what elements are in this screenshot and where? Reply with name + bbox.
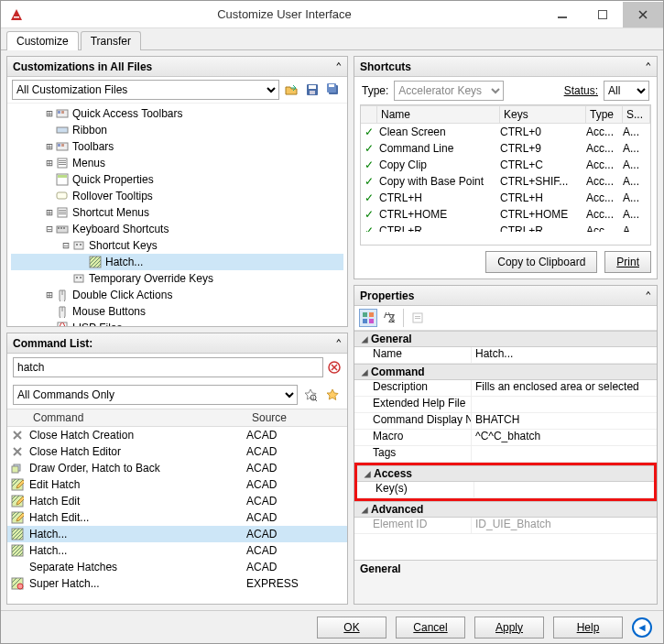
clear-search-icon[interactable]	[327, 360, 342, 375]
find-command-icon[interactable]	[301, 386, 320, 404]
property-value[interactable]: Hatch...	[472, 347, 657, 363]
shortcuts-list[interactable]: ✓Clean ScreenCTRL+0Acc...A...✓Command Li…	[361, 124, 650, 232]
property-row[interactable]: Macro^C^C_bhatch	[354, 430, 657, 446]
command-row[interactable]: Super Hatch...EXPRESS	[7, 575, 347, 592]
tree-item[interactable]: Hatch...	[11, 254, 343, 270]
property-value[interactable]	[474, 482, 654, 497]
expand-icon[interactable]: ⊞	[44, 107, 55, 120]
cancel-button[interactable]: Cancel	[396, 617, 465, 639]
collapse-icon[interactable]: ◢	[361, 467, 374, 480]
tree-item[interactable]: Ribbon	[11, 122, 343, 138]
property-value[interactable]: BHATCH	[472, 413, 657, 429]
command-row[interactable]: Hatch...ACAD	[7, 526, 347, 542]
customizations-tree[interactable]: ⊞Quick Access ToolbarsRibbon⊞Toolbars⊞Me…	[7, 104, 347, 326]
shortcut-row[interactable]: ✓Copy with Base PointCTRL+SHIF...Acc...A…	[361, 173, 650, 190]
expand-icon[interactable]: ⊞	[44, 289, 55, 301]
collapse-icon[interactable]: ⌃	[645, 289, 651, 301]
header-type[interactable]: Type	[586, 106, 623, 123]
expand-icon[interactable]: ⊞	[44, 140, 55, 153]
command-row[interactable]: Close Hatch CreationACAD	[7, 427, 347, 443]
command-row[interactable]: Hatch Edit...ACAD	[7, 509, 347, 526]
collapse-icon[interactable]: ⌃	[335, 60, 342, 72]
alphabetical-view-icon[interactable]: AZ	[380, 309, 398, 327]
property-value[interactable]	[472, 397, 657, 412]
command-list[interactable]: Close Hatch CreationACADClose Hatch Edit…	[7, 427, 347, 604]
shortcut-row[interactable]: ✓CTRL+HOMECTRL+HOMEAcc...A...	[361, 206, 650, 223]
context-help-icon[interactable]: ◄	[632, 617, 652, 638]
collapse-icon[interactable]: ◢	[358, 333, 371, 345]
close-button[interactable]	[623, 2, 663, 27]
shortcut-row[interactable]: ✓Copy ClipCTRL+CAcc...A...	[361, 157, 650, 173]
copy-to-clipboard-button[interactable]: Copy to Clipboard	[485, 251, 597, 273]
command-search-input[interactable]	[13, 357, 323, 377]
property-category[interactable]: ◢Advanced	[354, 501, 657, 518]
tree-item[interactable]: ()LISP Files	[11, 320, 343, 326]
tab-transfer[interactable]: Transfer	[81, 31, 141, 50]
apply-button[interactable]: Apply	[474, 617, 544, 639]
collapse-icon[interactable]: ◢	[358, 503, 371, 516]
maximize-button[interactable]	[582, 2, 623, 27]
save-all-icon[interactable]	[324, 81, 343, 99]
tree-item[interactable]: ⊞Double Click Actions	[11, 287, 343, 303]
new-command-icon[interactable]	[323, 386, 342, 404]
save-icon[interactable]	[303, 81, 321, 99]
expand-icon[interactable]: ⊞	[44, 157, 55, 169]
property-grid[interactable]: ◢GeneralNameHatch...◢CommandDescriptionF…	[354, 331, 657, 560]
command-row[interactable]: Hatch...ACAD	[7, 542, 347, 559]
expand-icon[interactable]: ⊟	[44, 223, 55, 235]
header-source[interactable]: S...	[623, 106, 650, 123]
print-button[interactable]: Print	[604, 251, 651, 273]
collapse-icon[interactable]: ⌃	[335, 337, 342, 349]
tab-customize[interactable]: Customize	[6, 31, 79, 50]
command-row[interactable]: Hatch EditACAD	[7, 493, 347, 509]
property-category[interactable]: ◢General	[354, 331, 657, 347]
collapse-icon[interactable]: ⌃	[645, 60, 651, 72]
command-row[interactable]: Close Hatch EditorACAD	[7, 443, 347, 460]
type-combo[interactable]: Accelerator Keys	[394, 81, 504, 101]
tree-item[interactable]: ⊟Shortcut Keys	[11, 237, 343, 254]
tree-item[interactable]: ⊞Quick Access Toolbars	[11, 105, 343, 122]
header-name[interactable]: Name	[377, 106, 500, 123]
categorized-view-icon[interactable]	[359, 309, 377, 327]
property-value[interactable]: ID_UIE_Bhatch	[472, 518, 657, 533]
property-value[interactable]	[472, 446, 657, 462]
header-command[interactable]: Command	[27, 411, 246, 424]
tree-item[interactable]: Quick Properties	[11, 171, 343, 188]
help-button[interactable]: Help	[553, 617, 623, 639]
tree-item[interactable]: ⊟Keyboard Shortcuts	[11, 221, 343, 237]
tree-item[interactable]: ⊞Toolbars	[11, 138, 343, 155]
customization-files-combo[interactable]: All Customization Files	[12, 80, 279, 100]
tree-item[interactable]: ⊞Menus	[11, 155, 343, 171]
property-row[interactable]: DescriptionFills an enclosed area or sel…	[354, 380, 657, 397]
shortcut-row[interactable]: ✓Command LineCTRL+9Acc...A...	[361, 140, 650, 157]
shortcut-row[interactable]: ✓Clean ScreenCTRL+0Acc...A...	[361, 124, 650, 140]
command-row[interactable]: Edit HatchACAD	[7, 476, 347, 493]
command-filter-combo[interactable]: All Commands Only	[13, 385, 298, 405]
minimize-button[interactable]	[542, 2, 582, 27]
property-row[interactable]: NameHatch...	[354, 347, 657, 364]
expand-icon[interactable]: ⊞	[44, 206, 55, 219]
open-file-icon[interactable]	[282, 81, 300, 99]
property-category[interactable]: ◢Command	[354, 364, 657, 380]
property-row[interactable]: Tags	[354, 446, 657, 463]
status-combo[interactable]: All	[604, 81, 649, 101]
command-row[interactable]: Draw Order, Hatch to BackACAD	[7, 460, 347, 476]
shortcut-row[interactable]: ✓CTRL+RCTRL+RAcc...A...	[361, 223, 650, 232]
ok-button[interactable]: OK	[317, 617, 386, 639]
property-row[interactable]: Command Display NameBHATCH	[354, 413, 657, 430]
tree-item[interactable]: ⊞Shortcut Menus	[11, 204, 343, 221]
property-row[interactable]: Element IDID_UIE_Bhatch	[354, 518, 657, 534]
tree-item[interactable]: Temporary Override Keys	[11, 270, 343, 287]
command-row[interactable]: Separate HatchesACAD	[7, 559, 347, 575]
header-source[interactable]: Source	[246, 411, 347, 424]
shortcut-row[interactable]: ✓CTRL+HCTRL+HAcc...A...	[361, 190, 650, 206]
property-row[interactable]: Key(s)	[357, 482, 654, 498]
property-category[interactable]: ◢Access	[357, 465, 654, 482]
property-value[interactable]: ^C^C_bhatch	[472, 430, 657, 445]
property-value[interactable]: Fills an enclosed area or selected	[472, 380, 657, 396]
tree-item[interactable]: Mouse Buttons	[11, 303, 343, 320]
expand-icon[interactable]: ⊟	[60, 239, 71, 252]
property-row[interactable]: Extended Help File	[354, 397, 657, 413]
collapse-icon[interactable]: ◢	[358, 366, 371, 378]
tree-item[interactable]: Rollover Tooltips	[11, 188, 343, 204]
